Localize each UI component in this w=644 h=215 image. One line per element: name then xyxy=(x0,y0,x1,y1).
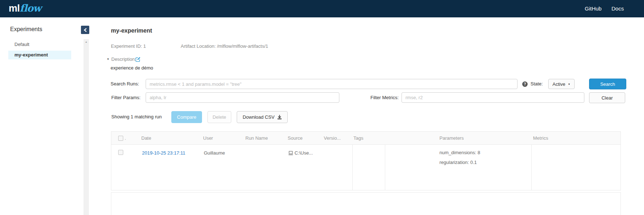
mlflow-logo[interactable]: mlflow xyxy=(9,2,41,14)
laptop-icon xyxy=(288,151,293,155)
sidebar-item-default[interactable]: Default xyxy=(14,42,29,47)
delete-button[interactable]: Delete xyxy=(207,111,231,123)
header-sort-dot: . xyxy=(125,132,126,145)
runs-table: . Date User Run Name Source Versio... Ta… xyxy=(111,131,621,190)
filter-metrics-input[interactable] xyxy=(402,92,584,103)
download-icon xyxy=(277,115,282,119)
description-label: Description: xyxy=(111,56,136,62)
search-button-label: Search xyxy=(600,81,615,87)
column-header-source[interactable]: Source xyxy=(288,132,302,145)
column-header-run-name[interactable]: Run Name xyxy=(245,132,268,145)
table-footer-panel xyxy=(111,192,621,215)
download-csv-button[interactable]: Download CSV xyxy=(237,111,288,123)
logo-flow-text: flow xyxy=(20,3,41,14)
description-text: experience de démo xyxy=(111,65,153,71)
sidebar-collapse-button[interactable] xyxy=(81,26,89,34)
sidebar-scrollbar[interactable]: ▲ xyxy=(83,39,89,215)
scrollbar-up-icon[interactable]: ▲ xyxy=(83,41,89,43)
column-header-date[interactable]: Date xyxy=(141,132,151,145)
sidebar-title: Experiments xyxy=(10,26,42,33)
compare-button[interactable]: Compare xyxy=(171,111,202,123)
run-parameter: num_dimensions: 8 xyxy=(439,148,480,157)
filter-params-label: Filter Params: xyxy=(111,95,141,100)
run-date-link[interactable]: 2019-10-25 23:17:11 xyxy=(142,150,185,156)
download-csv-label: Download CSV xyxy=(242,114,274,120)
delete-button-label: Delete xyxy=(212,114,226,120)
state-dropdown-value: Active xyxy=(553,81,565,87)
state-dropdown[interactable]: Active ▼ xyxy=(548,79,575,89)
run-user: Guillaume xyxy=(204,150,225,156)
logo-ml-text: ml xyxy=(9,3,20,14)
chevron-down-icon: ▼ xyxy=(568,83,570,85)
experiment-id-value: 1 xyxy=(143,43,146,49)
run-source: C:\Use... xyxy=(295,150,313,156)
clear-button[interactable]: Clear xyxy=(589,92,625,103)
column-divider xyxy=(385,145,385,190)
sidebar-item-label: my-experiment xyxy=(14,51,71,59)
run-parameters: num_dimensions: 8 regularization: 0.1 xyxy=(439,148,480,167)
column-header-user[interactable]: User xyxy=(203,132,213,145)
nav-link-docs[interactable]: Docs xyxy=(611,0,624,17)
run-parameter: regularization: 0.1 xyxy=(439,157,480,167)
column-header-parameters[interactable]: Parameters xyxy=(439,132,464,145)
column-header-tags[interactable]: Tags xyxy=(353,132,363,145)
column-header-version[interactable]: Versio... xyxy=(324,132,341,145)
experiment-id-label: Experiment ID: xyxy=(111,43,142,49)
column-divider xyxy=(531,145,532,190)
column-header-metrics[interactable]: Metrics xyxy=(533,132,548,145)
help-icon[interactable]: ? xyxy=(522,81,528,87)
experiment-id: Experiment ID: 1 xyxy=(111,43,146,49)
nav-link-github[interactable]: GitHub xyxy=(585,0,602,17)
filter-params-input[interactable] xyxy=(146,92,339,103)
column-divider xyxy=(352,145,353,190)
description-collapse-icon[interactable]: ▼ xyxy=(107,58,110,61)
matching-runs-text: Showing 1 matching run xyxy=(111,114,162,119)
chevron-left-icon xyxy=(83,28,87,32)
state-label: State: xyxy=(531,81,543,87)
select-all-checkbox[interactable] xyxy=(118,136,123,141)
clear-button-label: Clear xyxy=(601,95,613,101)
compare-button-label: Compare xyxy=(177,114,196,120)
artifact-location-label: Artifact Location: xyxy=(181,43,216,49)
row-checkbox[interactable] xyxy=(118,150,123,155)
edit-description-icon[interactable] xyxy=(135,56,141,62)
sidebar-item-my-experiment[interactable]: my-experiment xyxy=(8,51,71,59)
search-runs-input[interactable] xyxy=(146,79,518,89)
search-runs-label: Search Runs: xyxy=(111,81,139,87)
artifact-location-value: /mlflow/mlflow-artifacts/1 xyxy=(217,43,268,49)
search-button[interactable]: Search xyxy=(589,79,626,89)
runs-table-header: . Date User Run Name Source Versio... Ta… xyxy=(111,132,621,145)
page-title: my-experiment xyxy=(111,28,152,34)
filter-metrics-label: Filter Metrics: xyxy=(370,95,399,100)
top-navbar: mlflow GitHub Docs xyxy=(0,0,644,17)
artifact-location: Artifact Location: /mlflow/mlflow-artifa… xyxy=(181,43,268,49)
